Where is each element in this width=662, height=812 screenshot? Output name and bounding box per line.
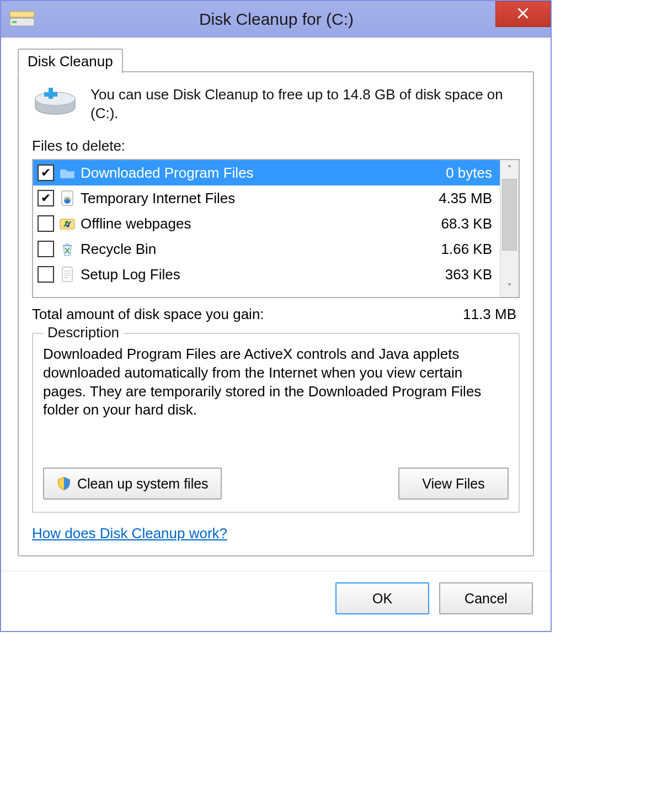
close-button[interactable] [495,1,551,27]
tabstrip: Disk Cleanup [18,49,534,73]
total-value: 11.3 MB [463,306,520,323]
help-link[interactable]: How does Disk Cleanup work? [32,525,227,542]
shield-icon [56,476,72,491]
cancel-button[interactable]: Cancel [439,582,533,614]
intro-row: You can use Disk Cleanup to free up to 1… [32,86,520,124]
file-row[interactable]: Recycle Bin1.66 KB [33,236,500,262]
close-icon [517,7,529,22]
file-checkbox[interactable] [38,190,54,206]
file-checkbox[interactable] [38,164,54,181]
tab-panel: You can use Disk Cleanup to free up to 1… [18,71,534,556]
total-row: Total amount of disk space you gain: 11.… [32,306,520,323]
folder-icon [58,164,76,182]
svg-rect-6 [44,92,57,97]
disk-cleanup-window: Disk Cleanup for (C:) Disk Cleanup [0,0,552,632]
view-files-button[interactable]: View Files [398,468,509,500]
logfile-icon [58,266,76,283]
total-label: Total amount of disk space you gain: [32,306,264,323]
file-list: Downloaded Program Files0 bytesTemporary… [32,159,520,298]
svg-rect-2 [12,21,17,23]
file-size: 68.3 KB [441,215,494,232]
scroll-down-icon[interactable]: ˅ [500,278,519,297]
svg-rect-9 [60,219,74,229]
window-title: Disk Cleanup for (C:) [35,10,551,29]
dialog-button-bar: OK Cancel [1,571,551,631]
file-checkbox[interactable] [38,215,54,232]
svg-rect-10 [62,267,72,282]
scrollbar-thumb[interactable] [502,179,517,251]
tab-disk-cleanup[interactable]: Disk Cleanup [18,49,123,73]
scrollbar-track[interactable] [500,179,519,278]
description-text: Downloaded Program Files are ActiveX con… [43,345,509,433]
svg-rect-0 [10,12,34,17]
file-row[interactable]: Setup Log Files363 KB [33,262,500,287]
file-size: 1.66 KB [441,241,494,258]
disk-cleanup-app-icon [9,8,35,30]
file-row[interactable]: Downloaded Program Files0 bytes [33,160,500,185]
description-legend: Description [43,324,124,341]
ok-button[interactable]: OK [335,582,429,614]
titlebar: Disk Cleanup for (C:) [1,1,551,38]
description-group: Description Downloaded Program Files are… [32,333,520,513]
iefile-icon [58,189,76,207]
scroll-up-icon[interactable]: ˄ [500,160,519,179]
offline-icon [58,215,76,232]
cancel-label: Cancel [465,591,508,607]
file-name: Temporary Internet Files [81,190,434,207]
file-name: Setup Log Files [81,266,441,283]
view-files-label: View Files [422,476,484,492]
file-size: 4.35 MB [439,190,494,207]
recycle-icon [58,240,76,258]
ok-label: OK [372,591,392,607]
cleanup-system-files-button[interactable]: Clean up system files [43,468,222,500]
file-row[interactable]: Temporary Internet Files4.35 MB [33,185,500,211]
file-size: 0 bytes [446,164,494,182]
file-name: Recycle Bin [81,241,436,258]
file-checkbox[interactable] [38,241,54,257]
scrollbar[interactable]: ˄ ˅ [500,160,519,297]
files-to-delete-label: Files to delete: [32,137,520,155]
intro-text: You can use Disk Cleanup to free up to 1… [90,86,520,123]
file-row[interactable]: Offline webpages68.3 KB [33,211,500,236]
content-area: Disk Cleanup You can use Disk Cleanup [1,38,551,571]
file-size: 363 KB [445,266,494,283]
hard-drive-icon [32,86,78,124]
file-name: Downloaded Program Files [81,164,441,182]
file-checkbox[interactable] [38,266,54,283]
cleanup-system-files-label: Clean up system files [77,476,209,492]
file-name: Offline webpages [81,215,436,232]
